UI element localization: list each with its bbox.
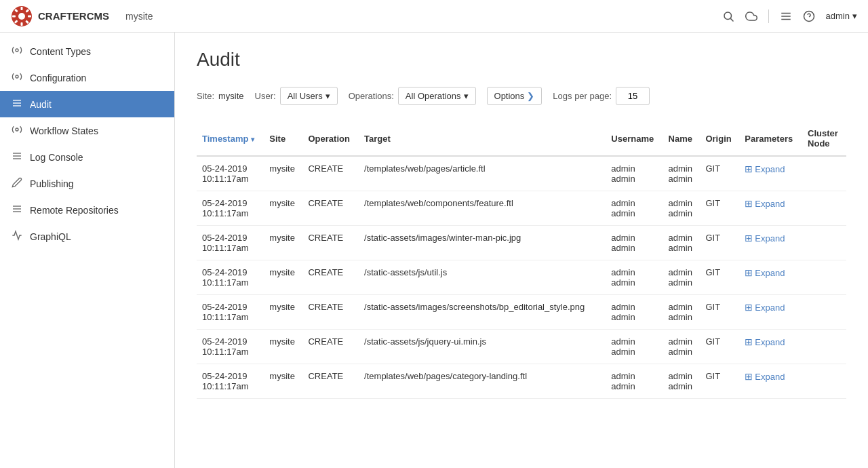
- log-console-icon: [11, 151, 23, 163]
- cell-timestamp: 05-24-201910:11:17am: [197, 226, 264, 260]
- logs-per-page-label: Logs per page:: [553, 91, 612, 101]
- expand-plus-icon: ⊞: [745, 336, 753, 347]
- graphiql-icon: [11, 230, 23, 243]
- cell-origin: GIT: [700, 156, 739, 191]
- options-btn-label: Options: [494, 91, 525, 101]
- table-body: 05-24-201910:11:17ammysiteCREATE/templat…: [197, 156, 846, 399]
- expand-button[interactable]: ⊞ Expand: [745, 336, 785, 347]
- cell-site: mysite: [264, 191, 302, 226]
- cell-username: adminadmin: [606, 226, 663, 260]
- logs-per-page-input[interactable]: [616, 87, 650, 105]
- sidebar-item-audit[interactable]: Audit: [0, 91, 174, 117]
- page-title: Audit: [197, 49, 846, 71]
- col-header-site: Site: [264, 121, 302, 156]
- table-row: 05-24-201910:11:17ammysiteCREATE/templat…: [197, 156, 846, 191]
- expand-plus-icon: ⊞: [745, 371, 753, 382]
- operations-btn-label: All Operations: [406, 91, 461, 101]
- admin-label: admin: [826, 11, 850, 21]
- user-filter: User: All Users ▾: [255, 87, 338, 105]
- search-icon[interactable]: [722, 10, 734, 22]
- menu-icon[interactable]: [780, 10, 792, 22]
- expand-label: Expand: [755, 268, 785, 278]
- expand-button[interactable]: ⊞ Expand: [745, 302, 785, 313]
- timestamp-label: Timestamp: [202, 134, 248, 144]
- cell-origin: GIT: [700, 226, 739, 260]
- svg-point-22: [16, 128, 18, 131]
- expand-plus-icon: ⊞: [745, 302, 753, 313]
- svg-point-18: [16, 75, 18, 78]
- cell-operation: CREATE: [302, 226, 359, 260]
- col-header-name: Name: [663, 121, 701, 156]
- cell-name: adminadmin: [663, 260, 701, 295]
- sidebar-item-log-console[interactable]: Log Console: [0, 144, 174, 170]
- sidebar-item-content-types[interactable]: Content Types: [0, 38, 174, 64]
- table-row: 05-24-201910:11:17ammysiteCREATE/static-…: [197, 226, 846, 260]
- cell-operation: CREATE: [302, 156, 359, 191]
- cell-parameters: ⊞ Expand: [739, 191, 802, 226]
- cell-timestamp: 05-24-201910:11:17am: [197, 260, 264, 295]
- table-row: 05-24-201910:11:17ammysiteCREATE/static-…: [197, 330, 846, 364]
- site-filter: Site: mysite: [197, 91, 244, 101]
- svg-rect-5: [28, 15, 31, 17]
- cell-cluster-node: [802, 364, 846, 399]
- cell-origin: GIT: [700, 364, 739, 399]
- cell-parameters: ⊞ Expand: [739, 330, 802, 364]
- publishing-icon: [11, 177, 23, 190]
- svg-point-1: [18, 13, 25, 20]
- expand-button[interactable]: ⊞ Expand: [745, 163, 785, 174]
- expand-button[interactable]: ⊞ Expand: [745, 198, 785, 209]
- cell-username: adminadmin: [606, 191, 663, 226]
- cell-parameters: ⊞ Expand: [739, 295, 802, 330]
- sidebar-item-workflow-states[interactable]: Workflow States: [0, 117, 174, 144]
- site-value: mysite: [218, 91, 244, 101]
- content-types-icon: [11, 45, 23, 58]
- audit-table: Timestamp ▾ Site Operation Target Userna…: [197, 121, 846, 399]
- cloud-icon[interactable]: [745, 10, 757, 22]
- cell-site: mysite: [264, 295, 302, 330]
- expand-label: Expand: [755, 303, 785, 313]
- user-dropdown-button[interactable]: All Users ▾: [280, 87, 338, 105]
- logs-per-page-filter: Logs per page:: [553, 87, 650, 105]
- options-button[interactable]: Options ❯: [487, 87, 542, 105]
- col-header-timestamp[interactable]: Timestamp ▾: [197, 121, 264, 156]
- admin-chevron-icon: ▾: [852, 11, 857, 21]
- cell-origin: GIT: [700, 260, 739, 295]
- expand-button[interactable]: ⊞ Expand: [745, 267, 785, 278]
- nav-divider: [768, 9, 769, 23]
- logo-area: CRAFTERCMS: [11, 5, 109, 27]
- col-header-cluster-node: ClusterNode: [802, 121, 846, 156]
- filters-bar: Site: mysite User: All Users ▾ Operation…: [197, 87, 846, 105]
- expand-button[interactable]: ⊞ Expand: [745, 371, 785, 382]
- expand-plus-icon: ⊞: [745, 233, 753, 243]
- cell-timestamp: 05-24-201910:11:17am: [197, 191, 264, 226]
- operations-dropdown-button[interactable]: All Operations ▾: [398, 87, 476, 105]
- table-row: 05-24-201910:11:17ammysiteCREATE/templat…: [197, 191, 846, 226]
- operations-chevron-icon: ▾: [464, 91, 469, 101]
- sidebar-item-configuration[interactable]: Configuration: [0, 64, 174, 91]
- sidebar-item-publishing[interactable]: Publishing: [0, 170, 174, 197]
- user-btn-label: All Users: [288, 91, 323, 101]
- cell-username: adminadmin: [606, 364, 663, 399]
- help-icon[interactable]: [803, 10, 815, 22]
- svg-rect-3: [21, 22, 23, 26]
- sidebar-label-configuration: Configuration: [30, 73, 86, 83]
- admin-menu[interactable]: admin ▾: [826, 11, 857, 21]
- cell-site: mysite: [264, 156, 302, 191]
- cell-cluster-node: [802, 260, 846, 295]
- sidebar-item-remote-repositories[interactable]: Remote Repositories: [0, 197, 174, 223]
- col-header-operation: Operation: [302, 121, 359, 156]
- cell-target: /static-assets/js/util.js: [359, 260, 606, 295]
- svg-rect-4: [12, 15, 16, 17]
- site-name: mysite: [125, 11, 153, 22]
- crafter-logo-icon: [11, 5, 33, 27]
- cell-timestamp: 05-24-201910:11:17am: [197, 156, 264, 191]
- site-label: Site:: [197, 91, 214, 101]
- audit-icon: [11, 98, 23, 111]
- svg-rect-2: [21, 7, 23, 10]
- cell-site: mysite: [264, 330, 302, 364]
- cell-operation: CREATE: [302, 364, 359, 399]
- expand-button[interactable]: ⊞ Expand: [745, 233, 785, 243]
- sidebar-item-graphiql[interactable]: GraphiQL: [0, 223, 174, 250]
- cell-origin: GIT: [700, 191, 739, 226]
- sidebar-label-publishing: Publishing: [30, 178, 74, 189]
